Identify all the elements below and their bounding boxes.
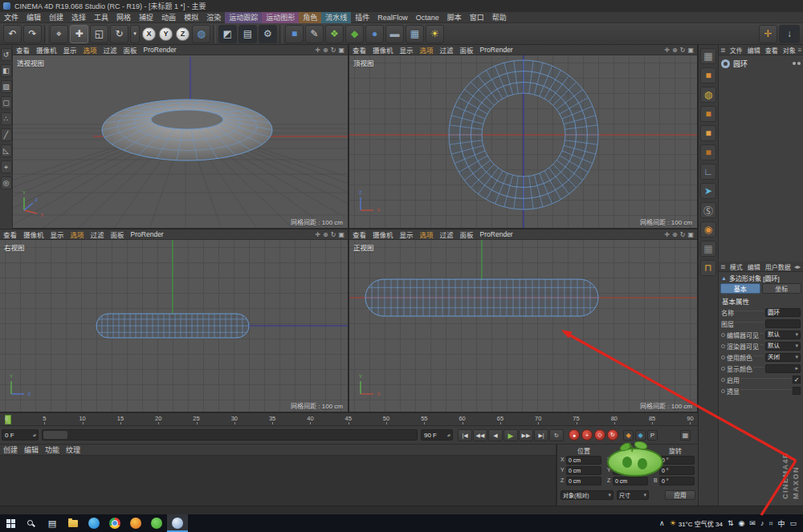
render-view-icon[interactable]: ◩ bbox=[218, 25, 237, 43]
coord-field[interactable]: 0 cm bbox=[613, 456, 648, 465]
coord-unit-dropdown[interactable]: 尺寸▾ bbox=[617, 490, 649, 500]
pan-view-icon[interactable]: ✛ bbox=[664, 47, 670, 54]
om-tab-1[interactable]: 编辑 bbox=[745, 46, 763, 55]
attr-color-field[interactable]: ▸ bbox=[765, 364, 801, 373]
previous-frame-icon[interactable]: ◀ bbox=[488, 429, 503, 441]
weather-widget[interactable]: ☀ 31°C 空气优 34 bbox=[670, 519, 723, 528]
menubar-item-15[interactable]: RealFlow bbox=[373, 12, 412, 23]
zoom-view-icon[interactable]: ⊕ bbox=[323, 47, 328, 54]
browser-firefox-icon[interactable] bbox=[125, 514, 146, 532]
render-settings-icon[interactable]: ⚙ bbox=[259, 25, 277, 43]
coord-field[interactable]: 0 cm bbox=[566, 466, 601, 475]
coord-field[interactable]: 0 cm bbox=[566, 456, 601, 465]
floor-environment-icon[interactable]: ▬ bbox=[385, 25, 404, 43]
menubar-item-13[interactable]: 流水线 bbox=[321, 12, 351, 23]
record-parameter-icon[interactable]: ◆ bbox=[623, 430, 634, 441]
viewport-canvas-right[interactable]: ZY bbox=[0, 240, 348, 412]
pan-view-icon[interactable]: ✛ bbox=[315, 231, 320, 238]
make-editable-icon[interactable]: ↺ bbox=[1, 48, 12, 61]
viewport-menu-item-1[interactable]: 摄像机 bbox=[20, 229, 47, 239]
menubar-item-17[interactable]: 脚本 bbox=[443, 12, 466, 23]
content-browser-arrow-icon[interactable]: ↓ bbox=[779, 25, 800, 43]
animation-dot-icon[interactable] bbox=[721, 355, 725, 359]
viewport-filter-icon[interactable]: ◎ bbox=[1, 177, 12, 189]
visibility-dots-icon[interactable] bbox=[793, 62, 801, 65]
viewport-menu-item-3[interactable]: 选项 bbox=[417, 229, 437, 239]
viewport-menu-item-0[interactable]: 查看 bbox=[0, 229, 20, 239]
viewport-menu-item-4[interactable]: 过滤 bbox=[437, 229, 457, 239]
tray-usb-icon[interactable]: ⌗ bbox=[768, 519, 772, 528]
input-method-indicator[interactable]: 中 bbox=[777, 518, 785, 529]
panel-menu-icon[interactable]: ≡ bbox=[798, 47, 803, 54]
animation-dot-icon[interactable] bbox=[721, 333, 725, 337]
menubar-item-16[interactable]: Octane bbox=[412, 12, 443, 23]
viewport-menu-item-3[interactable]: 选项 bbox=[80, 45, 100, 55]
animation-dot-icon[interactable] bbox=[721, 378, 725, 382]
menubar-item-6[interactable]: 捕捉 bbox=[135, 12, 157, 23]
prorender-menu-item[interactable]: ProRender bbox=[141, 46, 180, 54]
panel-grip-icon[interactable]: ≣ bbox=[719, 47, 728, 54]
goto-end-icon[interactable]: ▶| bbox=[534, 429, 548, 441]
viewport-menu-item-5[interactable]: 面板 bbox=[120, 45, 141, 55]
menubar-item-4[interactable]: 工具 bbox=[90, 12, 112, 23]
range-slider-handle[interactable] bbox=[43, 431, 67, 439]
maximize-view-icon[interactable]: ▣ bbox=[687, 231, 694, 238]
cube3-palette-icon[interactable]: ■ bbox=[700, 125, 716, 141]
menubar-item-7[interactable]: 动画 bbox=[157, 12, 180, 23]
active-app-cinema4d-icon[interactable] bbox=[167, 514, 188, 532]
viewport-menu-item-0[interactable]: 查看 bbox=[349, 229, 369, 239]
panel-grip-icon[interactable]: ≣ bbox=[719, 263, 728, 270]
spinner-arrows-icon[interactable]: ▴▾ bbox=[33, 433, 35, 437]
pan-view-icon[interactable]: ✛ bbox=[315, 47, 320, 54]
file-explorer-icon[interactable] bbox=[63, 514, 84, 532]
zoom-view-icon[interactable]: ⊕ bbox=[672, 47, 678, 54]
record-rotation-icon[interactable]: ↻ bbox=[607, 429, 618, 441]
cube-palette-icon[interactable]: ■ bbox=[700, 67, 716, 83]
animation-dot-icon[interactable] bbox=[721, 389, 725, 393]
menubar-item-10[interactable]: 运动跟踪 bbox=[225, 12, 262, 23]
coord-field[interactable]: 0 ° bbox=[659, 466, 695, 475]
maximize-view-icon[interactable]: ▣ bbox=[687, 47, 694, 54]
move-tool-icon[interactable]: ✚ bbox=[70, 25, 88, 43]
coord-field[interactable]: 0 cm bbox=[566, 477, 601, 485]
goto-start-icon[interactable]: |◀ bbox=[458, 429, 472, 441]
current-frame-field[interactable]: 0 F ▴▾ bbox=[2, 429, 39, 441]
rotate-view-icon[interactable]: ↻ bbox=[680, 47, 686, 54]
am-tab-0[interactable]: 模式 bbox=[728, 262, 745, 271]
ruler-palette-icon[interactable]: ∟ bbox=[700, 164, 716, 180]
animation-dot-icon[interactable] bbox=[721, 367, 725, 371]
primitive-cube-icon[interactable]: ■ bbox=[285, 25, 304, 43]
tray-network-icon[interactable]: ⇅ bbox=[728, 519, 734, 527]
spinner-arrows-icon[interactable]: ▴▾ bbox=[447, 433, 450, 437]
viewport-menu-item-3[interactable]: 选项 bbox=[67, 229, 88, 239]
viewport-menu-item-2[interactable]: 显示 bbox=[397, 45, 417, 55]
show-desktop-strip[interactable]: ▭ bbox=[789, 519, 797, 527]
viewport-menu-item-2[interactable]: 显示 bbox=[397, 229, 417, 239]
sphere-palette-icon[interactable]: Ⓢ bbox=[700, 202, 716, 218]
end-frame-field[interactable]: 90 F ▴▾ bbox=[421, 429, 453, 441]
scale-tool-icon[interactable]: ◱ bbox=[90, 25, 108, 43]
rotate-tool-icon[interactable]: ↻ bbox=[110, 25, 128, 43]
lock-x-axis-button[interactable]: X bbox=[142, 27, 156, 41]
menubar-item-8[interactable]: 模拟 bbox=[180, 12, 202, 23]
attr-checkbox[interactable] bbox=[793, 387, 801, 395]
attr-select[interactable]: 默认▾ bbox=[765, 342, 801, 351]
history-arrows-icon[interactable]: ◂▸ bbox=[794, 263, 803, 270]
previous-key-icon[interactable]: ◀◀ bbox=[473, 429, 487, 441]
menubar-item-3[interactable]: 选择 bbox=[67, 12, 90, 23]
object-manager-list[interactable]: 圆环 bbox=[719, 55, 803, 262]
menubar-item-12[interactable]: 角色 bbox=[299, 12, 321, 23]
cube2-palette-icon[interactable]: ■ bbox=[700, 106, 716, 122]
menubar-item-1[interactable]: 编辑 bbox=[22, 12, 45, 23]
pan-view-icon[interactable]: ✛ bbox=[664, 231, 670, 238]
pin-palette-icon[interactable]: ➤ bbox=[700, 183, 716, 199]
lock-z-axis-button[interactable]: Z bbox=[176, 27, 190, 41]
viewport-menu-item-5[interactable]: 面板 bbox=[108, 229, 128, 239]
record-scale-icon[interactable]: ◇ bbox=[594, 429, 605, 441]
matman-menu-2[interactable]: 功能 bbox=[42, 445, 63, 455]
rotate-view-icon[interactable]: ↻ bbox=[680, 231, 686, 238]
coord-field[interactable]: 0 ° bbox=[659, 456, 695, 465]
menubar-item-2[interactable]: 创建 bbox=[45, 12, 67, 23]
subdivision-surface-icon[interactable]: ❖ bbox=[325, 25, 344, 43]
apply-button[interactable]: 应用 bbox=[665, 490, 695, 500]
